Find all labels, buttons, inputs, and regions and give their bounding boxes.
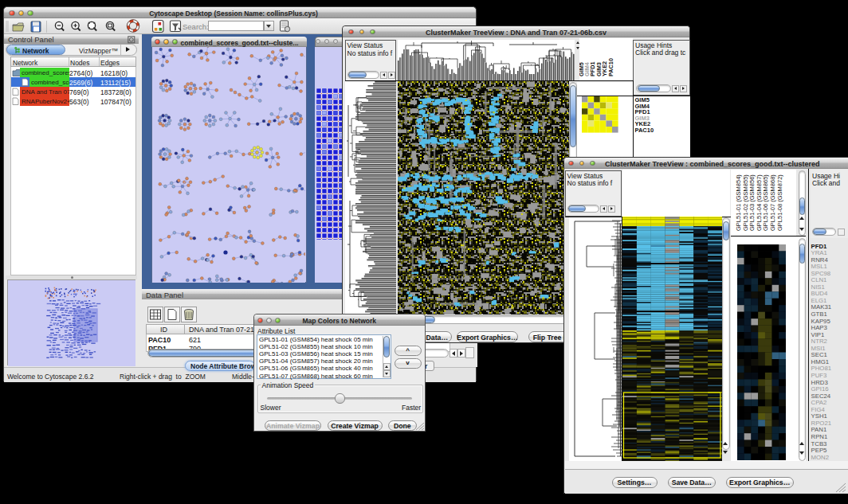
svg-text:PAC10: PAC10 bbox=[607, 58, 614, 76]
svg-text:GPL51-08 (GSM872): GPL51-08 (GSM872) bbox=[776, 174, 783, 231]
